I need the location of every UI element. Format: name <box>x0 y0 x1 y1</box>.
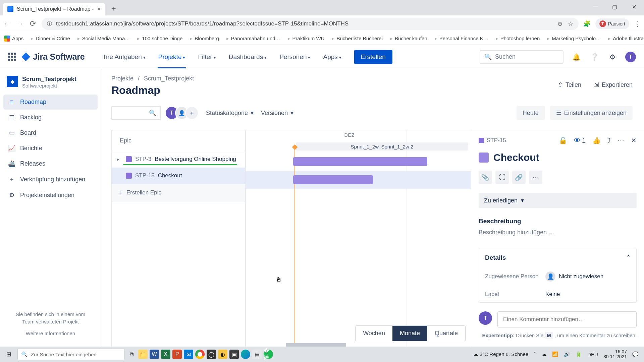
link-button[interactable]: 🔗 <box>512 171 526 184</box>
start-button[interactable]: ⊞ <box>2 351 15 358</box>
lock-icon[interactable]: 🔓 <box>559 136 567 144</box>
sidebar-item-reports[interactable]: 📈Berichte <box>3 140 98 156</box>
taskbar-clock[interactable]: 16:07 30.11.2021 <box>603 349 627 360</box>
settings-icon[interactable]: ⚙ <box>607 52 618 62</box>
details-toggle[interactable]: Details ˄ <box>479 248 636 267</box>
sidebar-item-releases[interactable]: 🚢Releases <box>3 156 98 171</box>
export-button[interactable]: ⇲Exportieren <box>594 81 633 88</box>
status-dropdown[interactable]: Zu erledigen▾ <box>479 193 637 208</box>
roadmap-timeline[interactable]: DEZ Sprint_1_2w, Sprint_1_2w 2 Wochen Mo… <box>246 130 471 347</box>
avatar-add[interactable]: ＋ <box>185 106 199 120</box>
like-icon[interactable]: 👍 <box>592 136 601 144</box>
roadmap-search[interactable]: 🔍 <box>111 106 161 120</box>
status-category-filter[interactable]: Statuskategorie▾ <box>206 109 254 117</box>
jira-logo[interactable]: Jira Software <box>21 52 85 62</box>
app-icon[interactable]: ◯ <box>207 350 216 359</box>
watchers-button[interactable]: 👁1 <box>574 137 586 144</box>
versions-filter[interactable]: Versionen▾ <box>261 109 293 117</box>
app-icon[interactable]: ▣ <box>229 350 239 359</box>
zoom-weeks[interactable]: Wochen <box>356 326 392 341</box>
user-avatar[interactable]: T <box>625 52 636 62</box>
epic-row[interactable]: STP-15 Checkout <box>112 168 245 184</box>
bookmark-item[interactable]: ▸Dinner & Crime <box>31 36 70 42</box>
nav-dashboards[interactable]: Dashboards▾ <box>224 46 271 68</box>
chevron-right-icon[interactable]: ▸ <box>117 157 122 162</box>
zoom-quarters[interactable]: Quartale <box>427 326 465 341</box>
bookmark-item[interactable]: ▸Marketing Psycholo… <box>547 36 601 42</box>
close-tab-icon[interactable]: × <box>97 6 101 13</box>
horizontal-scrollbar[interactable] <box>286 343 346 347</box>
help-icon[interactable]: ❔ <box>589 52 600 62</box>
bookmark-item[interactable]: ▸Panoramabahn und… <box>226 36 280 42</box>
create-epic-button[interactable]: ＋ Erstellen Epic <box>112 184 245 202</box>
close-panel-icon[interactable]: ✕ <box>631 136 637 144</box>
nav-apps[interactable]: Apps▾ <box>318 46 346 68</box>
window-close[interactable]: ✕ <box>624 0 644 13</box>
browser-back[interactable]: ← <box>3 19 11 28</box>
window-minimize[interactable]: ― <box>586 0 605 13</box>
epic-bar[interactable] <box>293 157 427 166</box>
app-switcher-icon[interactable] <box>8 53 17 61</box>
profile-chip[interactable]: T Pausiert <box>595 18 629 29</box>
bookmark-item[interactable]: ▸Bücher kaufen <box>390 36 427 42</box>
app-icon[interactable]: ◐ <box>218 350 227 359</box>
share-button[interactable]: ⇪Teilen <box>558 81 581 88</box>
volume-icon[interactable]: 🔊 <box>564 351 570 357</box>
notifications-icon[interactable]: 🔔 <box>571 52 582 62</box>
new-tab-button[interactable]: ＋ <box>110 3 117 15</box>
crumb-projects[interactable]: Projekte <box>111 75 133 82</box>
powerpoint-icon[interactable]: P <box>172 350 182 359</box>
label-field[interactable]: Label Keine <box>479 286 636 302</box>
nav-your-work[interactable]: Ihre Aufgaben▾ <box>97 46 150 68</box>
weather-widget[interactable]: ☁ 3°C Regen u. Schnee <box>473 351 528 357</box>
notifications-icon[interactable]: 💬 <box>632 351 639 357</box>
bookmark-star-icon[interactable]: ☆ <box>568 20 573 27</box>
epic-row[interactable]: ▸ STP-3 Bestellvorgang Online Shopping <box>112 151 245 168</box>
zoom-icon[interactable]: ⊕ <box>557 20 562 27</box>
more-actions-button[interactable]: ⋯ <box>529 171 542 184</box>
sidebar-item-add-link[interactable]: ＋Verknüpfung hinzufügen <box>3 171 98 187</box>
bookmark-item[interactable]: ▸Photoshop lernen <box>496 36 540 42</box>
mail-icon[interactable]: ✉ <box>184 350 193 359</box>
address-bar[interactable]: ⓘ testdeutsch1.atlassian.net/jira/softwa… <box>42 18 579 30</box>
tray-chevron-icon[interactable]: ˄ <box>534 351 536 357</box>
browser-menu-icon[interactable]: ⋮ <box>634 20 641 28</box>
browser-tab[interactable]: Scrum_Testprojekt – Roadmap - × <box>3 3 105 15</box>
nav-people[interactable]: Personen▾ <box>275 46 315 68</box>
create-button[interactable]: Erstellen <box>354 50 392 64</box>
browser-reload[interactable]: ⟳ <box>29 19 37 28</box>
global-search[interactable]: 🔍 Suchen <box>480 50 564 64</box>
today-button[interactable]: Heute <box>517 106 545 120</box>
window-maximize[interactable]: ▢ <box>605 0 624 13</box>
description-placeholder[interactable]: Beschreibung hinzufügen … <box>479 229 637 236</box>
assignee-field[interactable]: Zugewiesene Person 👤Nicht zugewiesen <box>479 267 636 286</box>
show-settings-button[interactable]: ☰Einstellungen anzeigen <box>550 106 633 120</box>
nav-projects[interactable]: Projekte▾ <box>154 46 190 68</box>
add-child-button[interactable]: ⛶ <box>495 171 509 184</box>
bookmark-item[interactable]: ▸Social Media Mana… <box>77 36 130 42</box>
spotify-icon[interactable]: �播 <box>264 350 273 359</box>
bookmark-item[interactable]: ▸100 schöne Dinge <box>137 36 182 42</box>
wifi-icon[interactable]: 📶 <box>552 351 558 357</box>
issue-title[interactable]: Checkout <box>493 152 539 163</box>
zoom-months[interactable]: Monate <box>392 326 427 341</box>
attach-button[interactable]: 📎 <box>479 171 492 184</box>
assignee-filter[interactable]: T 👤 ＋ <box>168 106 199 120</box>
sidebar-item-board[interactable]: ▭Board <box>3 125 98 140</box>
sidebar-item-roadmap[interactable]: ≡Roadmap <box>3 95 98 110</box>
issue-key[interactable]: STP-15 <box>479 137 506 144</box>
sidebar-item-project-settings[interactable]: ⚙Projekteinstellungen <box>3 187 98 203</box>
bookmark-item[interactable]: ▸Bücherliste Bücherei <box>332 36 383 42</box>
comment-input[interactable] <box>497 311 637 327</box>
battery-icon[interactable]: 🔋 <box>576 351 582 357</box>
epic-color-swatch[interactable] <box>479 153 489 163</box>
bookmark-item[interactable]: ▸Bloomberg <box>190 36 219 42</box>
bookmark-item[interactable]: ▸Personal Finance K… <box>435 36 488 42</box>
app-icon[interactable]: ▤ <box>252 350 262 359</box>
project-header[interactable]: ◆ Scrum_Testprojekt Softwareprojekt <box>3 74 98 95</box>
sidebar-item-backlog[interactable]: ☰Backlog <box>3 110 98 125</box>
taskbar-search[interactable]: 🔍 Zur Suche Text hier eingeben <box>17 349 125 360</box>
task-view-icon[interactable]: ⧉ <box>127 350 136 359</box>
crumb-project[interactable]: Scrum_Testprojekt <box>144 75 194 82</box>
epic-bar[interactable] <box>293 175 373 184</box>
